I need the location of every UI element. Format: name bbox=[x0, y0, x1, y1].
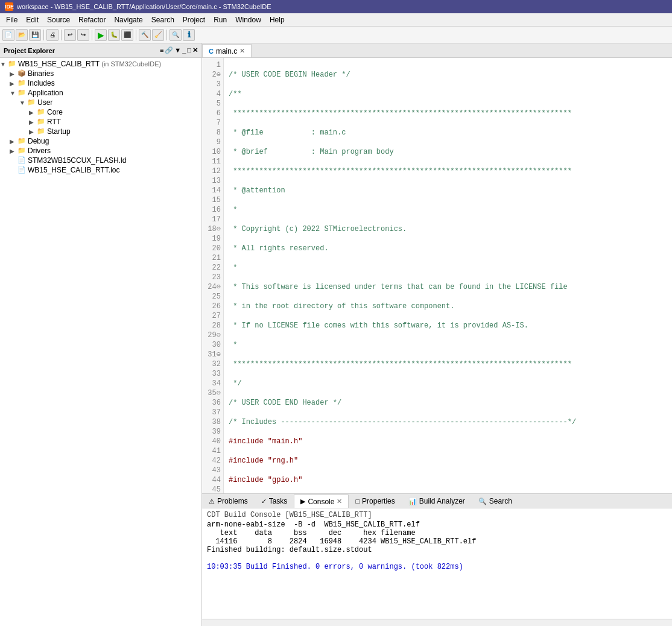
ide-icon: IDE bbox=[5, 2, 13, 11]
properties-label: Properties bbox=[362, 497, 395, 505]
menu-run[interactable]: Run bbox=[210, 14, 230, 25]
code-line-12: * This software is licensed under terms … bbox=[229, 282, 667, 292]
tree-flash-ld[interactable]: 📄 STM32WB15CCUX_FLASH.ld bbox=[0, 156, 201, 165]
menu-window[interactable]: Window bbox=[232, 14, 265, 25]
tab-tasks[interactable]: ✓ Tasks bbox=[255, 495, 294, 508]
code-line-3: ****************************************… bbox=[229, 109, 667, 118]
menu-source[interactable]: Source bbox=[43, 14, 74, 25]
toolbar-sep5 bbox=[166, 30, 167, 40]
editor-area[interactable]: 1 2⊖ 3 4 5 6 7 8 9 10 11 12 13 14 15 16 bbox=[202, 58, 672, 493]
bottom-panel: ⚠ Problems ✓ Tasks ▶ Console ✕ □ Propert… bbox=[202, 493, 672, 626]
toolbar-sep2 bbox=[61, 30, 62, 40]
tree-user[interactable]: ▼ 📁 User bbox=[0, 98, 201, 107]
toolbar-undo[interactable]: ↩ bbox=[64, 29, 76, 41]
code-line-10: * All rights reserved. bbox=[229, 244, 667, 253]
tab-console[interactable]: ▶ Console ✕ bbox=[294, 495, 349, 508]
close-view-icon[interactable]: ✕ bbox=[192, 46, 198, 54]
code-content[interactable]: /* USER CODE BEGIN Header */ /** *******… bbox=[224, 58, 672, 493]
minimize-icon[interactable]: _ bbox=[182, 46, 186, 54]
titlebar: IDE workspace - WB15_HSE_CALIB_RTT/Appli… bbox=[0, 0, 672, 13]
toolbar-search[interactable]: 🔍 bbox=[170, 29, 182, 41]
menu-help[interactable]: Help bbox=[266, 14, 288, 25]
search-label: Search bbox=[489, 497, 512, 505]
search-tab-icon: 🔍 bbox=[478, 498, 487, 505]
console-blank bbox=[207, 554, 667, 563]
tab-icon: C bbox=[209, 48, 214, 55]
tab-build-analyzer[interactable]: 📊 Build Analyzer bbox=[402, 495, 472, 508]
tab-label: main.c bbox=[216, 47, 237, 55]
code-line-4: * @file : main.c bbox=[229, 128, 667, 138]
tree-core[interactable]: ▶ 📁 Core bbox=[0, 107, 201, 117]
toolbar-info[interactable]: ℹ bbox=[183, 29, 195, 41]
code-line-9: * Copyright (c) 2022 STMicroelectronics. bbox=[229, 224, 667, 234]
tree-startup[interactable]: ▶ 📁 Startup bbox=[0, 127, 201, 136]
menu-project[interactable]: Project bbox=[179, 14, 209, 25]
menu-search[interactable]: Search bbox=[148, 14, 178, 25]
bottom-scrollbar[interactable] bbox=[202, 619, 672, 626]
menu-edit[interactable]: Edit bbox=[22, 14, 42, 25]
build-analyzer-label: Build Analyzer bbox=[419, 497, 465, 505]
toolbar: 📄 📂 💾 🖨 ↩ ↪ ▶ 🐛 ⬛ 🔨 🧹 🔍 ℹ bbox=[0, 27, 672, 43]
tree-ioc[interactable]: 📄 WB15_HSE_CALIB_RTT.ioc bbox=[0, 165, 201, 175]
toolbar-open[interactable]: 📂 bbox=[16, 29, 28, 41]
code-line-11: * bbox=[229, 263, 667, 273]
code-line-20: #include "main.h" bbox=[229, 437, 667, 446]
menubar: File Edit Source Refactor Navigate Searc… bbox=[0, 13, 672, 27]
toolbar-clean[interactable]: 🧹 bbox=[152, 29, 164, 41]
filter-icon[interactable]: ▼ bbox=[174, 46, 181, 54]
console-finished: Finished building: default.size.stdout bbox=[207, 546, 667, 554]
tree-rtt[interactable]: ▶ 📁 RTT bbox=[0, 117, 201, 127]
toolbar-print[interactable]: 🖨 bbox=[46, 29, 59, 41]
bottom-content: CDT Build Console [WB15_HSE_CALIB_RTT] a… bbox=[202, 508, 672, 619]
toolbar-debug[interactable]: 🐛 bbox=[108, 29, 120, 41]
toolbar-sep1 bbox=[43, 30, 44, 40]
code-line-21: #include "rng.h" bbox=[229, 456, 667, 466]
code-line-16: ****************************************… bbox=[229, 359, 667, 369]
tree-root[interactable]: ▼ 📁 WB15_HSE_CALIB_RTT (in STM32CubeIDE) bbox=[0, 59, 201, 69]
problems-icon: ⚠ bbox=[209, 498, 215, 505]
toolbar-redo[interactable]: ↪ bbox=[77, 29, 89, 41]
tab-problems[interactable]: ⚠ Problems bbox=[202, 495, 255, 508]
tab-search[interactable]: 🔍 Search bbox=[472, 495, 519, 508]
toolbar-stop[interactable]: ⬛ bbox=[121, 29, 133, 41]
tab-properties[interactable]: □ Properties bbox=[349, 495, 401, 508]
code-line-7: * @attention bbox=[229, 186, 667, 195]
menu-navigate[interactable]: Navigate bbox=[110, 14, 146, 25]
menu-file[interactable]: File bbox=[2, 14, 21, 25]
tab-close-btn[interactable]: ✕ bbox=[239, 47, 245, 55]
tasks-label: Tasks bbox=[269, 497, 288, 505]
console-label: Console bbox=[308, 498, 334, 506]
toolbar-build[interactable]: 🔨 bbox=[139, 29, 151, 41]
code-line-14: * If no LICENSE file comes with this sof… bbox=[229, 321, 667, 330]
toolbar-sep4 bbox=[136, 30, 136, 40]
console-close-btn[interactable]: ✕ bbox=[337, 498, 342, 505]
tree-includes[interactable]: ▶ 📁 Includes bbox=[0, 78, 201, 88]
console-prev-text: arm-none-eabi-size -B -d WB15_HSE_CALIB_… bbox=[207, 520, 667, 529]
menu-refactor[interactable]: Refactor bbox=[75, 14, 109, 25]
toolbar-run[interactable]: ▶ bbox=[95, 29, 107, 41]
collapse-all-icon[interactable]: ≡ bbox=[160, 46, 163, 54]
console-success: 10:03:35 Build Finished. 0 errors, 0 war… bbox=[207, 563, 667, 571]
tree-debug[interactable]: ▶ 📁 Debug bbox=[0, 136, 201, 146]
code-container: 1 2⊖ 3 4 5 6 7 8 9 10 11 12 13 14 15 16 bbox=[202, 58, 672, 493]
code-line-15: * bbox=[229, 340, 667, 350]
toolbar-save[interactable]: 💾 bbox=[29, 29, 41, 41]
code-line-6: ****************************************… bbox=[229, 166, 667, 176]
toolbar-new[interactable]: 📄 bbox=[2, 29, 14, 41]
main-layout: Project Explorer ≡ 🔗 ▼ _ □ ✕ ▼ 📁 WB15_HS… bbox=[0, 43, 672, 626]
tree-binaries[interactable]: ▶ 📦 Binaries bbox=[0, 69, 201, 78]
build-analyzer-icon: 📊 bbox=[408, 498, 417, 505]
tree-drivers[interactable]: ▶ 📁 Drivers bbox=[0, 146, 201, 156]
tree-application[interactable]: ▼ 📁 Application bbox=[0, 88, 201, 98]
editor-tab-main[interactable]: C main.c ✕ bbox=[202, 44, 252, 57]
project-explorer-icons: ≡ 🔗 ▼ _ □ ✕ bbox=[160, 46, 198, 54]
bottom-tabs: ⚠ Problems ✓ Tasks ▶ Console ✕ □ Propert… bbox=[202, 494, 672, 508]
toolbar-sep3 bbox=[92, 30, 92, 40]
line-numbers: 1 2⊖ 3 4 5 6 7 8 9 10 11 12 13 14 15 16 bbox=[202, 58, 224, 493]
editor-tabs: C main.c ✕ bbox=[202, 43, 672, 58]
code-line-2: /** bbox=[229, 89, 667, 99]
maximize-icon[interactable]: □ bbox=[187, 46, 191, 54]
left-panel: Project Explorer ≡ 🔗 ▼ _ □ ✕ ▼ 📁 WB15_HS… bbox=[0, 43, 202, 626]
console-icon: ▶ bbox=[300, 498, 305, 505]
link-editor-icon[interactable]: 🔗 bbox=[165, 46, 173, 54]
